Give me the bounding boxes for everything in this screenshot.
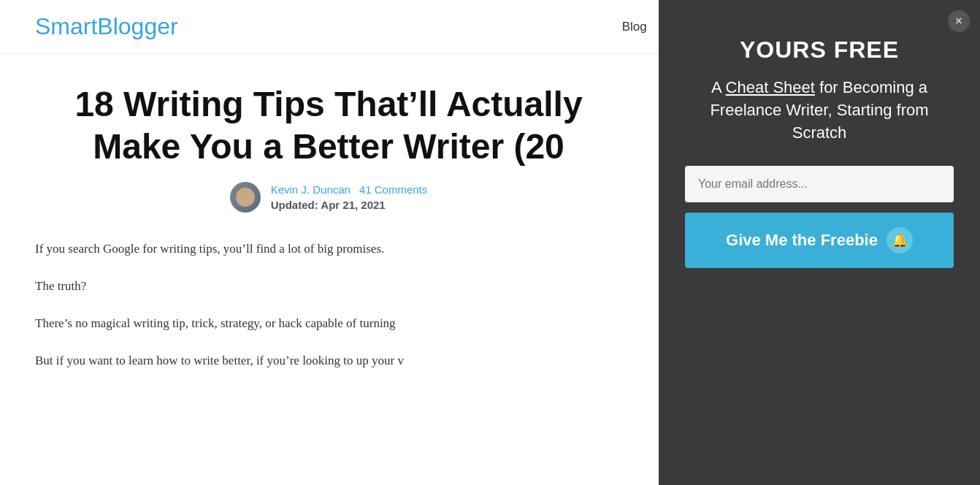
popup-subtitle-pre: A xyxy=(711,78,726,96)
paragraph-4: But if you want to learn how to write be… xyxy=(35,351,622,372)
paragraph-3: There’s no magical writing tip, trick, s… xyxy=(35,313,622,335)
article-meta: Kevin J. Duncan 41 Comments Updated: Apr… xyxy=(35,182,622,213)
site-logo[interactable]: SmartBlogger xyxy=(35,13,178,40)
page-wrapper: SmartBlogger Blog About Find Writing Job… xyxy=(0,0,980,485)
cta-button[interactable]: Give Me the Freebie 🔔 xyxy=(685,213,954,268)
popup-title: YOURS FREE xyxy=(740,37,899,64)
author-avatar xyxy=(230,182,261,213)
paragraph-1: If you search Google for writing tips, y… xyxy=(35,239,622,260)
cta-label: Give Me the Freebie xyxy=(726,231,878,250)
popup-modal: × YOURS FREE A Cheat Sheet for Becoming … xyxy=(659,0,980,485)
popup-overlay: × YOURS FREE A Cheat Sheet for Becoming … xyxy=(659,0,980,485)
paragraph-2: The truth? xyxy=(35,276,622,297)
article-date: Updated: Apr 21, 2021 xyxy=(271,199,386,211)
popup-close-button[interactable]: × xyxy=(948,10,970,32)
bell-icon: 🔔 xyxy=(887,227,913,253)
article-title: 18 Writing Tips That’ll Actually Make Yo… xyxy=(35,83,622,167)
email-input[interactable] xyxy=(685,166,954,202)
article-body: If you search Google for writing tips, y… xyxy=(35,239,622,372)
popup-subtitle-link: Cheat Sheet xyxy=(726,78,815,96)
logo-black: Smart xyxy=(35,13,97,39)
article-container: 18 Writing Tips That’ll Actually Make Yo… xyxy=(0,54,657,372)
meta-row-top: Kevin J. Duncan 41 Comments xyxy=(271,183,428,196)
nav-blog[interactable]: Blog xyxy=(622,20,647,34)
logo-blue: Blogger xyxy=(97,13,177,39)
author-link[interactable]: Kevin J. Duncan xyxy=(271,183,351,196)
popup-subtitle: A Cheat Sheet for Becoming a Freelance W… xyxy=(685,77,954,144)
meta-col: Kevin J. Duncan 41 Comments Updated: Apr… xyxy=(271,183,428,211)
comments-count[interactable]: 41 Comments xyxy=(359,183,427,196)
